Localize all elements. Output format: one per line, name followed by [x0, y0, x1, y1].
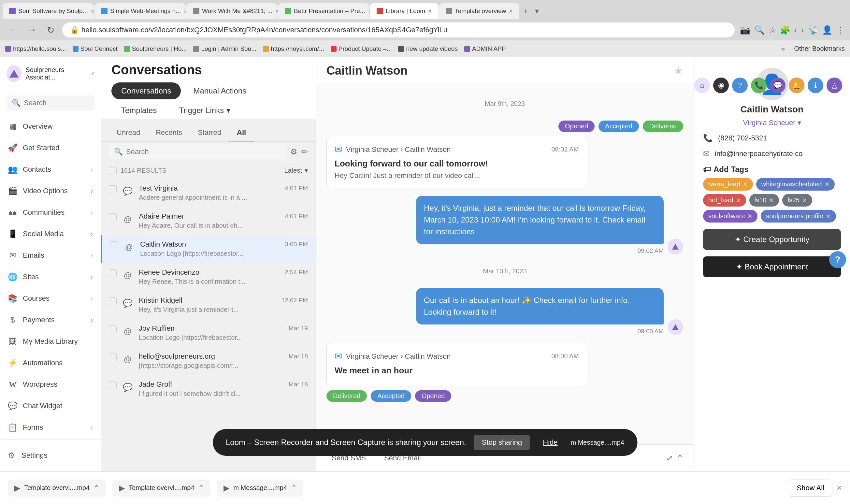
profile-app-icon[interactable]: △ [827, 77, 842, 93]
sidebar-expand-button[interactable]: ‹ [92, 69, 94, 78]
conv-item-7[interactable]: 💬 Jade Groff Mar 18 I figured it out I s… [101, 375, 316, 403]
download-chevron-0[interactable]: ⌃ [93, 484, 100, 492]
sidebar-item-settings[interactable]: ⚙ Settings [6, 446, 94, 465]
zoom-button[interactable]: 🔍 [754, 25, 765, 35]
bookmark-admin[interactable]: ADMIN APP [464, 45, 506, 52]
bookmark-noysi[interactable]: https://noysi.com/... [263, 45, 324, 52]
sidebar-item-overview[interactable]: ▦ Overview [0, 116, 101, 137]
conv-item-2[interactable]: @ Caitlin Watson 3:00 PM Location Logo [… [101, 235, 316, 263]
dark-app-icon[interactable]: ◉ [713, 77, 729, 93]
tab-close-bettr[interactable]: ✕ [368, 8, 369, 14]
create-opportunity-button[interactable]: ✦ Create Opportunity [703, 229, 841, 250]
url-bar[interactable]: 🔒 hello.soulsoftware.co/v2/location/bxQ2… [62, 22, 735, 37]
tag-hot-close[interactable]: ✕ [736, 197, 741, 204]
compose-button[interactable]: ✏ [301, 147, 308, 156]
bookmark-souls[interactable]: https://hello.souls... [5, 45, 66, 52]
sidebar-item-emails[interactable]: ✉ Emails › [0, 245, 101, 266]
tab-overflow-button[interactable]: ▾ [532, 6, 542, 16]
bookmarks-overflow[interactable]: » [781, 45, 785, 52]
sub-tab-all[interactable]: All [229, 124, 254, 141]
conv-checkbox-2[interactable] [110, 241, 118, 249]
sidebar-item-wordpress[interactable]: W Wordpress [0, 374, 101, 395]
tab-close-template[interactable]: ✕ [509, 8, 513, 14]
menu-button[interactable]: ⋮ [836, 25, 845, 35]
info-app-icon[interactable]: ℹ [808, 77, 823, 93]
sidebar-item-automations[interactable]: ⚡ Automations [0, 352, 101, 374]
conv-item-1[interactable]: @ Adaire Palmer 4:01 PM Hey Adaire, Our … [101, 207, 316, 235]
help-app-icon[interactable]: ? [732, 77, 748, 93]
new-tab-button[interactable]: + [520, 6, 531, 16]
bookmark-soulconnect[interactable]: Soul Connect [73, 45, 117, 52]
sidebar-item-communities[interactable]: 🏘 Communities › [0, 202, 101, 223]
sort-selector[interactable]: Latest ▾ [285, 166, 308, 174]
conv-checkbox-4[interactable] [109, 298, 116, 305]
conv-checkbox-5[interactable] [109, 325, 116, 333]
sidebar-item-sites[interactable]: 🌐 Sites › [0, 266, 101, 288]
reload-button[interactable]: ↻ [44, 23, 57, 37]
expand-button[interactable]: ⤢ [666, 453, 673, 463]
conv-item-5[interactable]: @ Joy Ruffien Mar 19 Location Logo [http… [101, 319, 316, 347]
tab-close-web[interactable]: ✕ [183, 8, 186, 14]
download-chevron-2[interactable]: ⌃ [291, 484, 297, 492]
conv-checkbox-6[interactable] [109, 354, 116, 361]
tag-ls25-close[interactable]: ✕ [802, 197, 807, 204]
star-button[interactable]: ★ [674, 65, 683, 77]
tab-close-work[interactable]: ✕ [275, 8, 277, 14]
sub-tab-starred[interactable]: Starred [190, 124, 229, 141]
select-all-checkbox[interactable] [109, 167, 116, 175]
tag-soulsoftware-close[interactable]: ✕ [747, 213, 752, 220]
sidebar-item-payments[interactable]: $ Payments › [0, 309, 101, 331]
home-app-icon[interactable]: ⌂ [694, 77, 710, 93]
conv-item-6[interactable]: @ hello@soulpreneurs.org Mar 18 [https:/… [101, 347, 316, 375]
filter-button[interactable]: ⚙ [290, 147, 297, 156]
sub-tab-recents[interactable]: Recents [148, 124, 190, 141]
profile-button[interactable]: 👤 [822, 25, 832, 35]
screenshot-button[interactable]: 📷 [740, 25, 750, 35]
email-card-1[interactable]: ✉ Virginia Scheuer › Caitlin Watson 08:0… [326, 136, 587, 188]
tab-soul-software[interactable]: Soul Software by Soulp... ✕ [3, 3, 94, 19]
extensions-button[interactable]: 🧩 [780, 25, 790, 35]
book-appointment-button[interactable]: ✦ Book Appointment [703, 256, 841, 277]
tag-warm-lead-close[interactable]: ✕ [743, 181, 748, 188]
sidebar-item-media-library[interactable]: 🖼 My Media Library [0, 331, 101, 352]
tab-close-soul[interactable]: ✕ [90, 8, 94, 14]
search-input[interactable] [24, 99, 113, 107]
chat-app-icon[interactable]: 💬 [770, 77, 785, 93]
email-card-2[interactable]: ✉ Virginia Scheuer › Caitlin Watson 08:0… [326, 343, 587, 386]
sidebar-item-chat-widget[interactable]: 💬 Chat Widget [0, 395, 101, 417]
tab-conversations[interactable]: Conversations [111, 83, 181, 100]
next-page-button[interactable]: › [801, 25, 804, 35]
cast-button[interactable]: 📡 [808, 25, 818, 35]
tab-manual-actions[interactable]: Manual Actions [183, 83, 256, 100]
bookmark-product[interactable]: Product Update –... [331, 45, 392, 52]
bookmark-login[interactable]: Login | Admin Sou... [193, 45, 256, 52]
bookmark-button[interactable]: ☆ [768, 25, 776, 35]
sidebar-item-forms[interactable]: 📋 Forms › [0, 417, 101, 438]
tab-trigger-links[interactable]: Trigger Links ▾ [169, 102, 240, 119]
collapse-button[interactable]: ⌃ [677, 453, 683, 463]
conv-checkbox-0[interactable] [109, 185, 116, 193]
sidebar-item-contacts[interactable]: 👥 Contacts › [0, 159, 101, 180]
help-badge[interactable]: ? [829, 251, 846, 268]
tab-simple-web[interactable]: Simple Web-Meetings h... ✕ [94, 3, 186, 19]
download-chevron-1[interactable]: ⌃ [198, 484, 204, 492]
tag-ls10-close[interactable]: ✕ [769, 197, 774, 204]
conv-checkbox-3[interactable] [109, 269, 116, 277]
phone-app-icon[interactable]: 📞 [751, 77, 766, 93]
sidebar-item-social-media[interactable]: 📱 Social Media › [0, 223, 101, 245]
show-all-button[interactable]: Show All [789, 480, 832, 497]
sidebar-item-courses[interactable]: 📚 Courses › [0, 288, 101, 309]
conv-checkbox-7[interactable] [109, 381, 116, 389]
bookmark-videos[interactable]: new update videos [398, 45, 457, 52]
forward-button[interactable]: → [25, 23, 39, 36]
sidebar-item-get-started[interactable]: 🚀 Get Started [0, 137, 101, 159]
tab-templates[interactable]: Templates [111, 102, 166, 119]
stop-sharing-button[interactable]: Stop sharing [474, 435, 530, 450]
bookmark-soulpreneurs[interactable]: Soulpreneurs | Ho... [124, 45, 187, 52]
bell-app-icon[interactable]: 🔔 [789, 77, 804, 93]
tab-bettr[interactable]: Bettr Presentation – Pre... ✕ [278, 3, 369, 19]
other-bookmarks[interactable]: Other Bookmarks [794, 45, 845, 52]
prev-page-button[interactable]: ‹ [794, 25, 797, 35]
tag-white-close[interactable]: ✕ [825, 181, 830, 188]
tab-work-with-me[interactable]: Work With Me &#8211; ... ✕ [186, 3, 277, 19]
